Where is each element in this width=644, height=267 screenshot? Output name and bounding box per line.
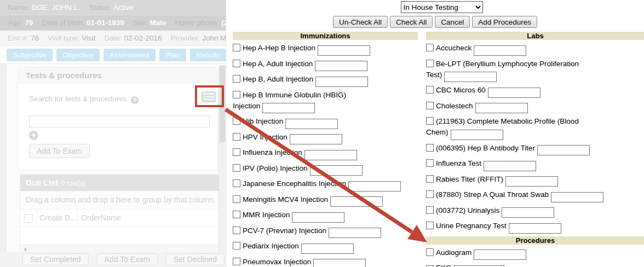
check-all-button[interactable]: Check All xyxy=(390,16,433,28)
item-text-input[interactable] xyxy=(313,259,366,267)
checkbox-item: CBC Micros 60 xyxy=(426,85,644,98)
test-category-select[interactable]: In House Testing xyxy=(401,1,483,13)
item-text-input[interactable] xyxy=(484,161,536,171)
item-text-input[interactable] xyxy=(537,145,590,155)
add-to-exam-button[interactable]: Add To Exam xyxy=(29,144,90,158)
item-text-input[interactable] xyxy=(318,45,370,56)
item-text-input[interactable] xyxy=(474,249,526,260)
scroll-left-icon[interactable] xyxy=(24,247,26,252)
scrollbar-thumb[interactable] xyxy=(220,66,225,142)
item-checkbox[interactable] xyxy=(233,211,240,218)
item-text-input[interactable] xyxy=(304,150,357,160)
labs-section-header: Labs xyxy=(426,32,644,40)
chart-tab[interactable]: Assessment xyxy=(104,49,156,61)
chart-tab[interactable]: Objective xyxy=(56,49,99,61)
item-checkbox[interactable] xyxy=(426,206,434,214)
item-checkbox[interactable] xyxy=(426,175,434,183)
item-checkbox[interactable] xyxy=(426,44,434,51)
cancel-button[interactable]: Cancel xyxy=(435,16,470,28)
item-checkbox[interactable] xyxy=(233,75,240,83)
chart-tab[interactable]: Subjective xyxy=(7,49,53,61)
add-icon[interactable]: + xyxy=(29,131,38,140)
banner-field: Date of birth: 01-01-1939 xyxy=(42,19,124,27)
item-checkbox[interactable] xyxy=(233,258,240,265)
item-label-tail: Injection xyxy=(275,148,302,156)
checkbox-item: Cholestech xyxy=(426,101,644,114)
select-all-checkbox[interactable] xyxy=(24,214,33,223)
item-checkbox[interactable] xyxy=(233,148,240,156)
item-text-input[interactable] xyxy=(315,77,368,87)
item-label-tail: (RFFIT) xyxy=(478,175,503,183)
item-text-input[interactable] xyxy=(505,176,558,187)
add-procedures-button[interactable]: Add Procedures xyxy=(472,16,537,28)
item-text-input[interactable] xyxy=(348,181,401,191)
item-checkbox[interactable] xyxy=(426,60,434,67)
item-checkbox[interactable] xyxy=(426,102,434,109)
banner-field-value: 79 xyxy=(25,19,33,27)
item-checkbox[interactable] xyxy=(233,117,240,125)
help-icon[interactable]: ? xyxy=(131,96,139,104)
item-checkbox[interactable] xyxy=(233,164,240,172)
patient-chart-panel: Name: DOE, JOHN L.Status: Active Age: 79… xyxy=(0,0,226,267)
item-text-input[interactable] xyxy=(474,45,526,56)
item-label: CBC Micros xyxy=(436,86,478,94)
item-checkbox[interactable] xyxy=(426,86,434,94)
item-text-input[interactable] xyxy=(451,130,503,140)
set-declined-button[interactable]: Set Declined xyxy=(166,253,225,265)
item-label-tail: Cholestech xyxy=(436,102,473,110)
item-text-input[interactable] xyxy=(285,119,338,129)
item-text-input[interactable] xyxy=(454,265,504,267)
item-checkbox[interactable] xyxy=(233,133,240,141)
item-checkbox[interactable] xyxy=(233,44,240,51)
item-label-tail: Injection xyxy=(272,242,299,250)
item-checkbox[interactable] xyxy=(426,222,434,229)
item-text-input[interactable] xyxy=(475,103,528,113)
item-text-input[interactable] xyxy=(551,192,603,202)
item-label-tail: Injection xyxy=(288,44,315,52)
column-header-order-name[interactable]: OrderName xyxy=(78,210,225,227)
banner-field-value: Active xyxy=(113,3,134,11)
chart-tab[interactable]: Plan xyxy=(159,49,186,61)
item-checkbox[interactable] xyxy=(233,227,240,234)
item-checkbox[interactable] xyxy=(426,144,434,152)
item-label-tail: Injection xyxy=(301,195,328,204)
item-checkbox[interactable] xyxy=(233,91,240,98)
chart-tab[interactable]: Results xyxy=(190,49,226,61)
checkbox-item: Be-LPT (Beryllium Lymphocyte Proliferati… xyxy=(426,59,644,83)
item-checkbox[interactable] xyxy=(233,60,240,67)
item-text-input[interactable] xyxy=(488,88,540,98)
item-label: Be-LPT (Beryllium Lymphocyte Proliferati… xyxy=(436,60,579,68)
checkbox-item: Pediarix Injection xyxy=(233,241,418,254)
procedure-list-icon[interactable] xyxy=(202,91,216,102)
item-label-tail: EKG xyxy=(436,264,452,267)
item-text-input[interactable] xyxy=(509,223,561,234)
item-checkbox[interactable] xyxy=(426,159,434,167)
item-checkbox[interactable] xyxy=(233,179,240,187)
vertical-scrollbar[interactable] xyxy=(219,65,226,252)
item-checkbox[interactable] xyxy=(426,190,434,198)
uncheck-all-button[interactable]: Un-Check All xyxy=(333,16,388,28)
checkbox-item: Hep B, Adult Injection xyxy=(233,74,418,87)
item-text-input[interactable] xyxy=(262,103,315,113)
item-checkbox[interactable] xyxy=(426,117,434,125)
item-text-input[interactable] xyxy=(290,134,342,144)
item-text-input[interactable] xyxy=(292,212,344,223)
add-to-exam-footer-button[interactable]: Add To Exam xyxy=(97,253,158,265)
item-text-input[interactable] xyxy=(329,228,381,238)
tests-search-input[interactable] xyxy=(29,115,210,127)
item-text-input[interactable] xyxy=(315,61,367,71)
item-checkbox[interactable] xyxy=(426,248,434,256)
banner-field-label: Date: xyxy=(104,34,122,42)
item-text-input[interactable] xyxy=(301,243,354,254)
item-text-input[interactable] xyxy=(502,207,554,218)
item-checkbox[interactable] xyxy=(233,242,240,249)
item-label-tail: Injection xyxy=(286,75,313,83)
set-completed-button[interactable]: Set Completed xyxy=(22,253,89,265)
item-checkbox[interactable] xyxy=(233,195,240,203)
item-text-input[interactable] xyxy=(444,72,497,82)
item-text-input[interactable] xyxy=(310,165,363,176)
item-text-input[interactable] xyxy=(330,196,383,207)
banner-field: Name: DOE, JOHN L. xyxy=(8,3,80,11)
item-label-tail: Test) xyxy=(426,71,442,79)
column-header-create-date[interactable]: Create D... xyxy=(37,210,78,227)
